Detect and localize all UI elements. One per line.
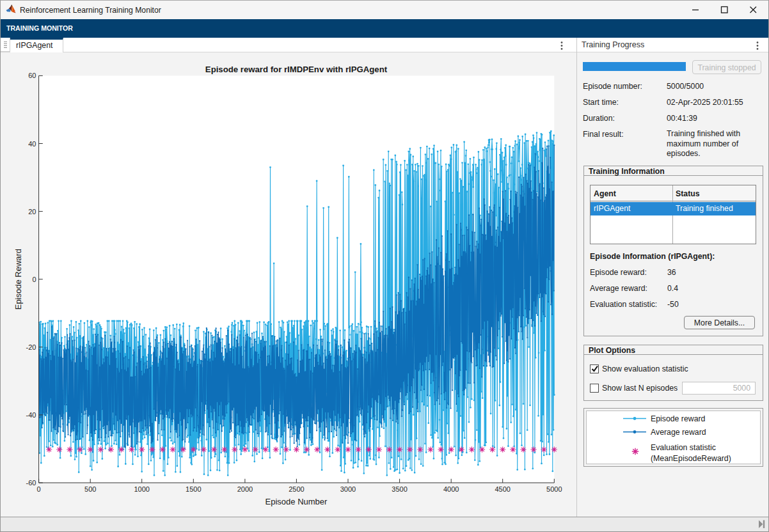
svg-text:4500: 4500 <box>495 485 510 493</box>
svg-text:2000: 2000 <box>237 485 253 493</box>
svg-text:-20: -20 <box>26 343 36 351</box>
svg-text:5000: 5000 <box>546 485 562 493</box>
svg-text:4000: 4000 <box>443 485 459 493</box>
svg-text:-60: -60 <box>26 479 36 487</box>
svg-text:Episode Number: Episode Number <box>266 497 328 506</box>
svg-text:3000: 3000 <box>340 485 356 493</box>
svg-text:20: 20 <box>28 208 36 215</box>
svg-text:500: 500 <box>84 485 96 493</box>
svg-text:1000: 1000 <box>134 485 149 493</box>
svg-text:60: 60 <box>28 72 36 79</box>
svg-text:0: 0 <box>37 485 41 493</box>
svg-text:3500: 3500 <box>392 485 407 493</box>
svg-text:40: 40 <box>28 140 36 148</box>
svg-text:Episode reward for rIMDPEnv wi: Episode reward for rIMDPEnv with rIPGAge… <box>205 65 388 74</box>
svg-text:Episode Reward: Episode Reward <box>14 249 24 309</box>
svg-text:1500: 1500 <box>186 485 201 493</box>
svg-text:0: 0 <box>32 276 36 283</box>
svg-text:-40: -40 <box>26 411 36 419</box>
svg-text:2500: 2500 <box>289 485 304 493</box>
